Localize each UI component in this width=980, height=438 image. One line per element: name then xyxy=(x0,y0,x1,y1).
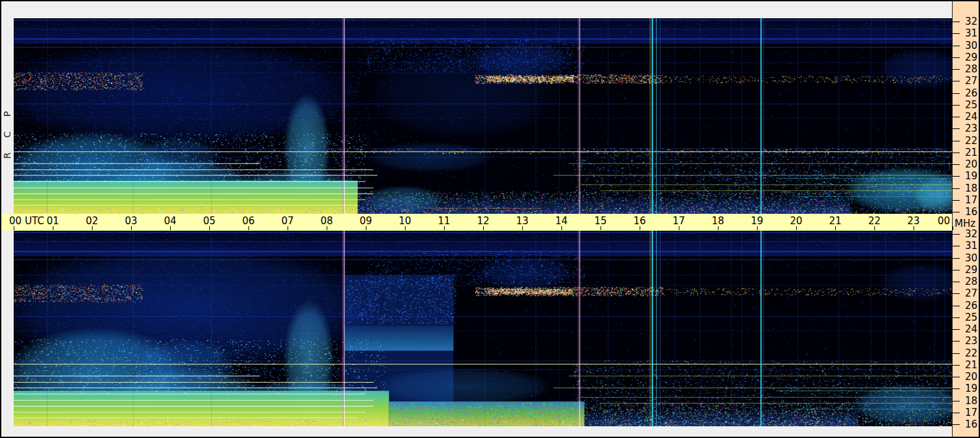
time-label-19: 19 xyxy=(747,216,767,226)
freq-tick-RCP-29 xyxy=(953,57,960,58)
time-axis: 0001020304050607080910111213141516171819… xyxy=(1,214,952,231)
app-window: AJ4CO Observatory 05 Aug 2023 - DPS on T… xyxy=(0,0,980,438)
freq-label-RCP-32: 32 xyxy=(960,17,977,27)
freq-label-LCP-28: 28 xyxy=(960,277,977,287)
freq-tick-RCP-19 xyxy=(953,176,960,177)
freq-tick-RCP-31 xyxy=(953,33,960,34)
time-label-21: 21 xyxy=(825,216,845,226)
freq-tick-LCP-20 xyxy=(953,377,960,377)
freq-tick-LCP-23 xyxy=(953,341,960,342)
freq-tick-RCP-25 xyxy=(953,105,960,106)
freq-tick-RCP-30 xyxy=(953,46,960,46)
freq-tick-LCP-27 xyxy=(953,293,960,294)
time-label-24: 00 xyxy=(930,216,950,226)
time-label-8: 08 xyxy=(317,216,336,226)
freq-label-LCP-25: 25 xyxy=(960,313,977,323)
freq-tick-LCP-29 xyxy=(953,270,960,270)
freq-label-LCP-18: 18 xyxy=(960,396,977,406)
time-label-18: 18 xyxy=(708,216,728,226)
time-label-2: 02 xyxy=(82,216,102,226)
mhz-unit-label: MHz xyxy=(955,218,975,229)
freq-tick-RCP-24 xyxy=(953,117,960,117)
freq-label-RCP-22: 22 xyxy=(960,136,977,146)
freq-tick-RCP-22 xyxy=(953,141,960,141)
time-label-9: 09 xyxy=(356,216,376,226)
freq-label-RCP-26: 26 xyxy=(960,89,977,98)
freq-tick-RCP-21 xyxy=(953,153,960,153)
freq-tick-RCP-28 xyxy=(953,69,960,70)
freq-tick-RCP-18 xyxy=(953,188,960,189)
freq-tick-LCP-24 xyxy=(953,329,960,330)
left-strip-rcp: R C P xyxy=(1,18,14,214)
freq-tick-RCP-17 xyxy=(953,200,960,201)
freq-tick-LCP-19 xyxy=(953,388,960,389)
utc-unit-label: UTC xyxy=(25,216,44,226)
freq-label-LCP-20: 20 xyxy=(960,372,977,382)
freq-tick-RCP-23 xyxy=(953,128,960,129)
time-label-23: 23 xyxy=(904,216,923,226)
time-label-22: 22 xyxy=(865,216,884,226)
freq-label-LCP-29: 29 xyxy=(960,265,977,275)
freq-label-RCP-27: 27 xyxy=(960,76,977,86)
lcp-spectrogram xyxy=(14,231,952,426)
freq-tick-LCP-26 xyxy=(953,306,960,306)
time-label-4: 04 xyxy=(160,216,180,226)
freq-label-RCP-21: 21 xyxy=(960,148,977,158)
time-tick-24 xyxy=(953,226,953,230)
freq-tick-RCP-27 xyxy=(953,81,960,81)
freq-tick-LCP-32 xyxy=(953,234,960,235)
freq-label-LCP-24: 24 xyxy=(960,325,977,334)
freq-label-LCP-22: 22 xyxy=(960,349,977,358)
time-label-14: 14 xyxy=(552,216,571,226)
freq-label-RCP-31: 31 xyxy=(960,29,977,38)
freq-tick-LCP-21 xyxy=(953,365,960,366)
freq-tick-LCP-28 xyxy=(953,282,960,282)
freq-label-LCP-16: 16 xyxy=(960,420,977,430)
freq-tick-LCP-30 xyxy=(953,258,960,259)
freq-label-RCP-16: 16 xyxy=(960,207,977,217)
time-label-3: 03 xyxy=(121,216,141,226)
freq-tick-RCP-20 xyxy=(953,164,960,165)
freq-tick-LCP-17 xyxy=(953,413,960,413)
freq-label-RCP-17: 17 xyxy=(960,196,977,205)
freq-tick-RCP-26 xyxy=(953,93,960,94)
freq-label-RCP-18: 18 xyxy=(960,184,977,194)
time-label-12: 12 xyxy=(473,216,493,226)
rcp-spectrogram xyxy=(14,18,952,214)
freq-tick-LCP-25 xyxy=(953,317,960,318)
freq-label-RCP-23: 23 xyxy=(960,124,977,134)
freq-label-LCP-27: 27 xyxy=(960,289,977,299)
freq-label-LCP-32: 32 xyxy=(960,229,977,239)
freq-tick-LCP-31 xyxy=(953,246,960,246)
freq-label-RCP-19: 19 xyxy=(960,171,977,181)
freq-tick-LCP-18 xyxy=(953,401,960,402)
time-label-16: 16 xyxy=(630,216,649,226)
time-label-11: 11 xyxy=(434,216,454,226)
freq-label-RCP-29: 29 xyxy=(960,53,977,63)
freq-tick-RCP-32 xyxy=(953,22,960,22)
time-label-15: 15 xyxy=(591,216,610,226)
freq-label-LCP-26: 26 xyxy=(960,301,977,311)
freq-label-RCP-25: 25 xyxy=(960,100,977,110)
freq-label-LCP-30: 30 xyxy=(960,254,977,263)
freq-label-RCP-20: 20 xyxy=(960,160,977,169)
time-label-7: 07 xyxy=(278,216,297,226)
time-label-5: 05 xyxy=(200,216,219,226)
time-label-6: 06 xyxy=(239,216,258,226)
time-label-1: 01 xyxy=(43,216,63,226)
freq-tick-LCP-16 xyxy=(953,424,960,425)
frequency-axis: 3231302928272625242322212019181716323130… xyxy=(952,1,979,437)
polarization-label-rcp: R C P xyxy=(2,108,14,159)
freq-label-LCP-21: 21 xyxy=(960,360,977,370)
time-label-10: 10 xyxy=(395,216,415,226)
title-bar: AJ4CO Observatory 05 Aug 2023 - DPS on T… xyxy=(1,1,952,18)
freq-label-LCP-23: 23 xyxy=(960,336,977,346)
freq-tick-RCP-16 xyxy=(953,212,960,212)
time-label-17: 17 xyxy=(669,216,689,226)
freq-label-LCP-19: 19 xyxy=(960,384,977,394)
time-label-13: 13 xyxy=(512,216,532,226)
freq-label-RCP-28: 28 xyxy=(960,65,977,74)
freq-label-LCP-31: 31 xyxy=(960,241,977,251)
time-label-20: 20 xyxy=(786,216,806,226)
freq-tick-LCP-22 xyxy=(953,353,960,354)
